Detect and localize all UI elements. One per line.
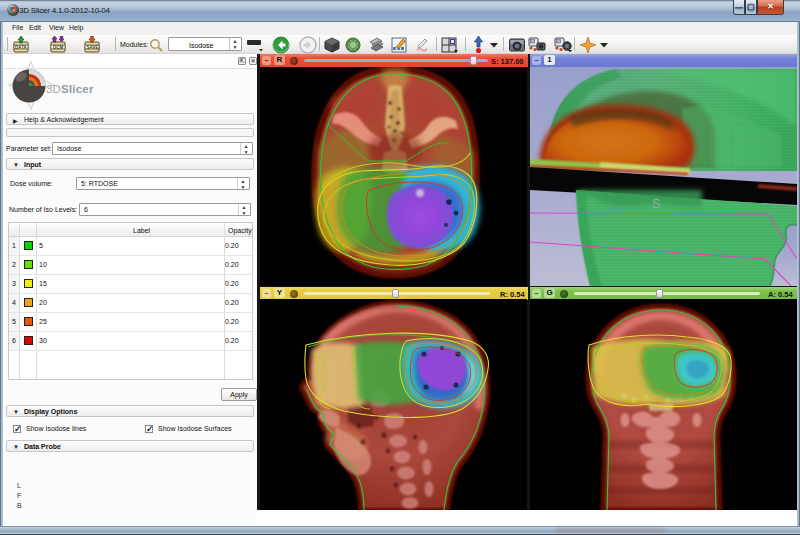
svg-text:DCM: DCM — [53, 45, 63, 50]
svg-text:SAVE: SAVE — [87, 45, 99, 50]
svg-text:S: S — [652, 196, 661, 211]
svg-text:DATA: DATA — [15, 45, 28, 50]
